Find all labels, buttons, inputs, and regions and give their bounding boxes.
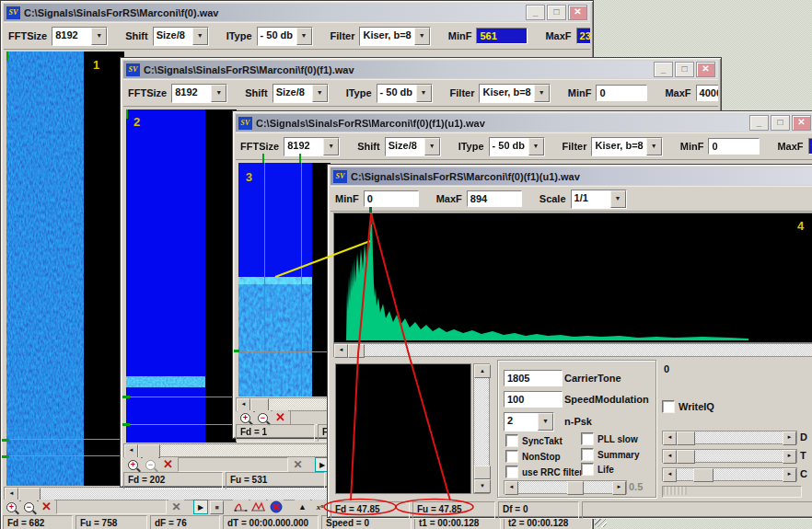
dropdown-icon[interactable]: ▼ bbox=[528, 138, 544, 155]
spectrum-view-button[interactable] bbox=[233, 500, 249, 514]
dropdown-icon[interactable]: ▼ bbox=[538, 413, 553, 431]
dropdown-icon[interactable]: ▼ bbox=[312, 85, 328, 102]
spectrum-h-scrollbar[interactable]: ◄ bbox=[333, 343, 812, 357]
scroll-right-button[interactable]: ► bbox=[783, 468, 796, 482]
maximize-button[interactable]: □ bbox=[771, 115, 790, 131]
life-checkbox[interactable] bbox=[581, 463, 594, 476]
shift-select[interactable]: Size/8▼ bbox=[273, 84, 329, 103]
writeiq-checkbox[interactable] bbox=[662, 400, 675, 413]
fftsize-select[interactable]: 8192▼ bbox=[52, 27, 108, 46]
play-button[interactable]: ▶ bbox=[193, 500, 208, 514]
scroll-left-button[interactable]: ◄ bbox=[663, 450, 677, 464]
maxf-input[interactable]: 97 bbox=[808, 138, 812, 155]
zoom-in-button[interactable]: + bbox=[238, 410, 253, 425]
clear-marks-button[interactable]: ✕ bbox=[160, 457, 176, 472]
close-button[interactable]: ✕ bbox=[696, 62, 715, 77]
spectrogram-2[interactable] bbox=[126, 109, 237, 443]
spectrogram-1[interactable] bbox=[6, 52, 124, 486]
slider-thumb[interactable] bbox=[677, 431, 695, 445]
scroll-left-button[interactable]: ◄ bbox=[505, 481, 518, 495]
maximize-button[interactable]: □ bbox=[547, 5, 566, 20]
minimize-button[interactable]: _ bbox=[526, 5, 545, 20]
minf-input[interactable]: 0 bbox=[708, 138, 760, 155]
titlebar-f0[interactable]: SV C:\Signals\SinalsForRS\Marconi\f(0).w… bbox=[4, 4, 590, 21]
scroll-left-button[interactable]: ◄ bbox=[124, 444, 138, 458]
itype-select[interactable]: - 50 db▼ bbox=[257, 27, 313, 46]
dropdown-icon[interactable]: ▼ bbox=[416, 85, 432, 102]
dropdown-icon[interactable]: ▼ bbox=[211, 85, 226, 102]
speed-modulation-input[interactable]: 100 bbox=[504, 391, 563, 408]
dropdown-icon[interactable]: ▼ bbox=[534, 85, 550, 102]
titlebar-f0f1[interactable]: SV C:\Signals\SinalsForRS\Marconi\f(0)(f… bbox=[123, 61, 718, 78]
maxf-input[interactable]: 2345 bbox=[576, 28, 590, 44]
dropdown-icon[interactable]: ▼ bbox=[646, 138, 662, 155]
scrollbar-thumb[interactable] bbox=[138, 444, 160, 458]
dropdown-icon[interactable]: ▼ bbox=[414, 28, 430, 45]
dropdown-icon[interactable]: ▼ bbox=[91, 28, 107, 45]
pll-slow-checkbox[interactable] bbox=[581, 432, 594, 445]
dropdown-icon[interactable]: ▼ bbox=[323, 138, 339, 155]
spectrogram-3[interactable] bbox=[238, 163, 331, 397]
npsk-select[interactable]: 2▼ bbox=[504, 412, 554, 431]
scroll-left-button[interactable]: ◄ bbox=[334, 344, 348, 358]
zoom-in-button[interactable]: + bbox=[125, 457, 141, 472]
shift-select[interactable]: Size/8▼ bbox=[385, 137, 441, 156]
mute-button[interactable]: ✕ bbox=[290, 457, 306, 472]
close-button[interactable]: ✕ bbox=[568, 5, 587, 20]
maximize-button[interactable]: □ bbox=[675, 62, 694, 77]
minf-input[interactable]: 0 bbox=[364, 190, 419, 207]
t-slider[interactable]: ◄ ► bbox=[662, 449, 797, 463]
zoom-out-button[interactable]: − bbox=[21, 500, 37, 514]
minimize-button[interactable]: _ bbox=[654, 62, 673, 77]
cancel-process-button[interactable] bbox=[268, 500, 284, 514]
shift-select[interactable]: Size/8▼ bbox=[153, 27, 209, 46]
spectrum-display[interactable]: 4 bbox=[333, 213, 812, 343]
zoom-in-button[interactable]: + bbox=[4, 500, 19, 514]
filter-select[interactable]: Kiser, b=8▼ bbox=[479, 84, 550, 103]
scroll-left-button[interactable]: ◄ bbox=[663, 431, 677, 445]
slider-thumb[interactable] bbox=[693, 468, 713, 482]
titlebar-demodulator[interactable]: SV C:\Signals\SinalsForRS\Marconi\f(0)(f… bbox=[331, 167, 812, 185]
slider-thumb[interactable] bbox=[567, 481, 584, 495]
stop-button[interactable]: ■ bbox=[210, 500, 224, 514]
scrollbar-thumb[interactable] bbox=[348, 344, 365, 358]
maxf-input[interactable]: 4000 bbox=[696, 85, 718, 101]
v-scrollbar[interactable]: ▲ ▼ bbox=[473, 363, 490, 494]
maxf-input[interactable]: 894 bbox=[467, 190, 522, 207]
scroll-up-button[interactable]: ▲ bbox=[474, 364, 491, 378]
mute-button[interactable]: ✕ bbox=[168, 500, 184, 514]
carrier-tone-input[interactable]: 1805 bbox=[504, 370, 563, 386]
marker-button[interactable]: ▲ bbox=[295, 500, 310, 514]
fftsize-select[interactable]: 8192▼ bbox=[284, 137, 340, 156]
power-button[interactable]: xⁿ bbox=[312, 500, 328, 514]
clear-marks-button[interactable]: ✕ bbox=[39, 500, 54, 514]
scale-select[interactable]: 1/1▼ bbox=[571, 190, 627, 209]
minf-input[interactable]: 561 bbox=[476, 28, 528, 44]
scrollbar-thumb[interactable] bbox=[474, 466, 491, 479]
dropdown-icon[interactable]: ▼ bbox=[424, 138, 440, 155]
use-rrc-checkbox[interactable] bbox=[505, 466, 518, 478]
nonstop-checkbox[interactable] bbox=[505, 450, 518, 463]
scroll-down-button[interactable]: ▼ bbox=[474, 479, 491, 493]
d-slider[interactable]: ◄ ► bbox=[662, 431, 797, 444]
scroll-left-button[interactable]: ◄ bbox=[663, 468, 677, 482]
minimize-button[interactable]: _ bbox=[749, 115, 769, 131]
slider-thumb[interactable] bbox=[677, 450, 695, 464]
scroll-right-button[interactable]: ► bbox=[783, 450, 796, 464]
dropdown-icon[interactable]: ▼ bbox=[610, 190, 626, 208]
clear-marks-button[interactable]: ✕ bbox=[273, 410, 288, 425]
filter-select[interactable]: Kiser, b=8▼ bbox=[359, 27, 430, 46]
summary-checkbox[interactable] bbox=[581, 448, 594, 461]
dropdown-icon[interactable]: ▼ bbox=[192, 28, 208, 45]
minf-input[interactable]: 0 bbox=[596, 85, 647, 101]
fftsize-select[interactable]: 8192▼ bbox=[171, 84, 227, 103]
c-slider[interactable]: ◄ ► bbox=[662, 467, 797, 481]
filter-select[interactable]: Kiser, b=8▼ bbox=[591, 137, 662, 156]
scroll-right-button[interactable]: ► bbox=[612, 481, 626, 495]
itype-select[interactable]: - 50 db▼ bbox=[489, 137, 545, 156]
scroll-right-button[interactable]: ► bbox=[783, 431, 796, 445]
rrc-slider[interactable]: ◄ ► bbox=[504, 480, 627, 494]
envelope-view-button[interactable] bbox=[250, 500, 266, 514]
titlebar-f0f1u1[interactable]: SV C:\Signals\SinalsForRS\Marconi\f(0)(f… bbox=[236, 114, 812, 132]
synctakt-checkbox[interactable] bbox=[505, 434, 518, 447]
